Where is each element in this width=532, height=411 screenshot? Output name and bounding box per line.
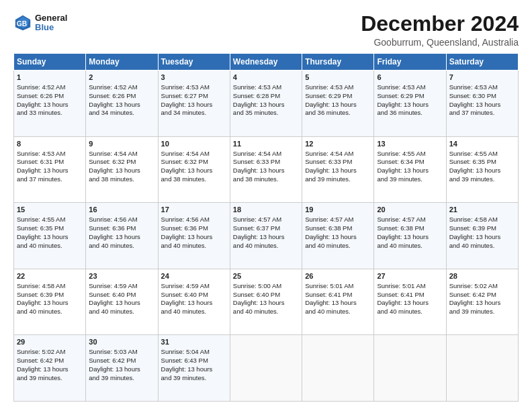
day-number: 5	[305, 73, 371, 83]
calendar-week-2: 8Sunrise: 4:53 AMSunset: 6:31 PMDaylight…	[14, 136, 519, 203]
calendar-header-thursday: Thursday	[302, 54, 374, 71]
day-number: 14	[449, 139, 515, 149]
day-number: 29	[17, 337, 83, 347]
calendar-cell: 20Sunrise: 4:57 AMSunset: 6:38 PMDayligh…	[374, 203, 446, 269]
calendar-week-4: 22Sunrise: 4:58 AMSunset: 6:39 PMDayligh…	[14, 269, 519, 335]
day-number: 6	[377, 73, 443, 83]
calendar-cell: 6Sunrise: 4:53 AMSunset: 6:29 PMDaylight…	[374, 71, 446, 137]
calendar-cell: 22Sunrise: 4:58 AMSunset: 6:39 PMDayligh…	[14, 269, 86, 335]
calendar-cell: 28Sunrise: 5:02 AMSunset: 6:42 PMDayligh…	[446, 269, 518, 335]
main-title: December 2024	[361, 12, 519, 36]
calendar-cell: 25Sunrise: 5:00 AMSunset: 6:40 PMDayligh…	[230, 269, 302, 335]
day-number: 17	[161, 205, 227, 215]
calendar-header-sunday: Sunday	[14, 54, 86, 71]
calendar-header-monday: Monday	[86, 54, 158, 71]
header: GB General Blue December 2024 Gooburrum,…	[13, 12, 519, 48]
calendar-cell: 29Sunrise: 5:02 AMSunset: 6:42 PMDayligh…	[14, 335, 86, 402]
calendar-cell: 4Sunrise: 4:53 AMSunset: 6:28 PMDaylight…	[230, 71, 302, 137]
day-number: 16	[89, 205, 154, 215]
day-number: 3	[161, 73, 227, 83]
calendar-header-tuesday: Tuesday	[158, 54, 230, 71]
logo-line1: General	[35, 13, 67, 23]
svg-text:GB: GB	[17, 20, 27, 28]
calendar-week-1: 1Sunrise: 4:52 AMSunset: 6:26 PMDaylight…	[14, 71, 519, 137]
day-number: 15	[17, 205, 83, 215]
calendar-cell	[374, 335, 446, 402]
calendar-cell: 5Sunrise: 4:53 AMSunset: 6:29 PMDaylight…	[302, 71, 374, 137]
day-number: 11	[233, 139, 299, 149]
day-number: 18	[233, 205, 299, 215]
day-number: 31	[161, 337, 227, 347]
day-number: 10	[161, 139, 227, 149]
calendar-cell: 19Sunrise: 4:57 AMSunset: 6:38 PMDayligh…	[302, 203, 374, 269]
calendar-week-3: 15Sunrise: 4:55 AMSunset: 6:35 PMDayligh…	[14, 203, 519, 269]
logo-text: General Blue	[35, 13, 67, 33]
calendar-cell	[302, 335, 374, 402]
subtitle: Gooburrum, Queensland, Australia	[361, 37, 519, 48]
calendar-header-wednesday: Wednesday	[230, 54, 302, 71]
calendar-header-saturday: Saturday	[446, 54, 518, 71]
calendar-cell: 16Sunrise: 4:56 AMSunset: 6:36 PMDayligh…	[86, 203, 158, 269]
calendar-cell: 1Sunrise: 4:52 AMSunset: 6:26 PMDaylight…	[14, 71, 86, 137]
calendar-table: SundayMondayTuesdayWednesdayThursdayFrid…	[13, 53, 519, 402]
calendar-cell: 9Sunrise: 4:54 AMSunset: 6:32 PMDaylight…	[86, 136, 158, 203]
calendar-cell: 21Sunrise: 4:58 AMSunset: 6:39 PMDayligh…	[446, 203, 518, 269]
calendar-header-row: SundayMondayTuesdayWednesdayThursdayFrid…	[14, 54, 519, 71]
calendar-header-friday: Friday	[374, 54, 446, 71]
day-number: 2	[89, 73, 154, 83]
day-number: 24	[161, 271, 227, 281]
day-number: 19	[305, 205, 371, 215]
day-number: 8	[17, 139, 83, 149]
calendar-cell: 30Sunrise: 5:03 AMSunset: 6:42 PMDayligh…	[86, 335, 158, 402]
logo-icon: GB	[13, 13, 32, 32]
calendar-cell: 7Sunrise: 4:53 AMSunset: 6:30 PMDaylight…	[446, 71, 518, 137]
day-number: 20	[377, 205, 443, 215]
calendar-cell: 31Sunrise: 5:04 AMSunset: 6:43 PMDayligh…	[158, 335, 230, 402]
logo-line2: Blue	[35, 23, 67, 32]
calendar-cell: 13Sunrise: 4:55 AMSunset: 6:34 PMDayligh…	[374, 136, 446, 203]
day-number: 12	[305, 139, 371, 149]
day-number: 13	[377, 139, 443, 149]
day-number: 26	[305, 271, 371, 281]
day-number: 28	[449, 271, 515, 281]
title-block: December 2024 Gooburrum, Queensland, Aus…	[361, 12, 519, 48]
day-number: 4	[233, 73, 299, 83]
day-number: 22	[17, 271, 83, 281]
calendar-cell: 18Sunrise: 4:57 AMSunset: 6:37 PMDayligh…	[230, 203, 302, 269]
calendar-cell: 17Sunrise: 4:56 AMSunset: 6:36 PMDayligh…	[158, 203, 230, 269]
calendar-cell: 3Sunrise: 4:53 AMSunset: 6:27 PMDaylight…	[158, 71, 230, 137]
calendar-cell: 8Sunrise: 4:53 AMSunset: 6:31 PMDaylight…	[14, 136, 86, 203]
calendar-cell: 10Sunrise: 4:54 AMSunset: 6:32 PMDayligh…	[158, 136, 230, 203]
day-number: 9	[89, 139, 154, 149]
calendar-cell: 24Sunrise: 4:59 AMSunset: 6:40 PMDayligh…	[158, 269, 230, 335]
calendar-cell: 2Sunrise: 4:52 AMSunset: 6:26 PMDaylight…	[86, 71, 158, 137]
logo: GB General Blue	[13, 13, 67, 33]
page: GB General Blue December 2024 Gooburrum,…	[0, 0, 532, 411]
calendar-cell: 15Sunrise: 4:55 AMSunset: 6:35 PMDayligh…	[14, 203, 86, 269]
calendar-cell: 27Sunrise: 5:01 AMSunset: 6:41 PMDayligh…	[374, 269, 446, 335]
day-number: 23	[89, 271, 154, 281]
calendar-cell: 26Sunrise: 5:01 AMSunset: 6:41 PMDayligh…	[302, 269, 374, 335]
calendar-cell: 23Sunrise: 4:59 AMSunset: 6:40 PMDayligh…	[86, 269, 158, 335]
calendar-cell	[446, 335, 518, 402]
day-number: 25	[233, 271, 299, 281]
day-number: 30	[89, 337, 154, 347]
calendar-cell: 12Sunrise: 4:54 AMSunset: 6:33 PMDayligh…	[302, 136, 374, 203]
calendar-cell	[230, 335, 302, 402]
day-number: 27	[377, 271, 443, 281]
day-number: 21	[449, 205, 515, 215]
calendar-week-5: 29Sunrise: 5:02 AMSunset: 6:42 PMDayligh…	[14, 335, 519, 402]
day-number: 1	[17, 73, 83, 83]
calendar-cell: 11Sunrise: 4:54 AMSunset: 6:33 PMDayligh…	[230, 136, 302, 203]
calendar-cell: 14Sunrise: 4:55 AMSunset: 6:35 PMDayligh…	[446, 136, 518, 203]
day-number: 7	[449, 73, 515, 83]
